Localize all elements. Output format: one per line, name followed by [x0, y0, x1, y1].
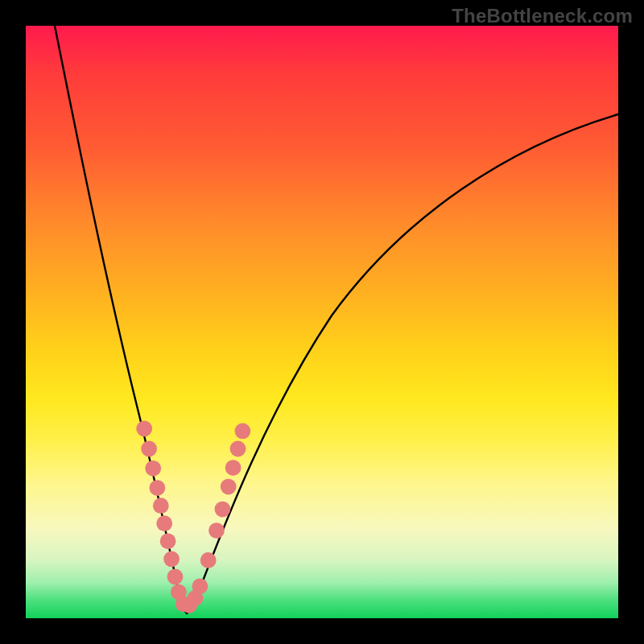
data-point-marker [150, 480, 166, 496]
data-point-marker [225, 460, 242, 476]
data-point-marker [160, 533, 176, 549]
data-point-marker [235, 423, 251, 440]
data-point-marker [192, 578, 208, 594]
data-point-marker [208, 522, 225, 539]
data-point-marker [163, 551, 180, 568]
marker-group [136, 421, 250, 613]
data-point-marker [153, 497, 169, 514]
data-point-marker [141, 441, 157, 457]
chart-frame: TheBottleneck.com [0, 0, 644, 644]
curve-layer [26, 26, 618, 618]
data-point-marker [215, 502, 231, 518]
data-point-marker [136, 421, 152, 437]
data-point-marker [200, 552, 217, 568]
right-branch-curve [187, 114, 618, 613]
data-point-marker [221, 479, 237, 495]
data-point-marker [230, 441, 246, 457]
plot-area [26, 26, 618, 618]
data-point-marker [167, 569, 184, 585]
data-point-marker [145, 460, 161, 477]
watermark-text: TheBottleneck.com [452, 5, 633, 27]
data-point-marker [156, 515, 172, 531]
